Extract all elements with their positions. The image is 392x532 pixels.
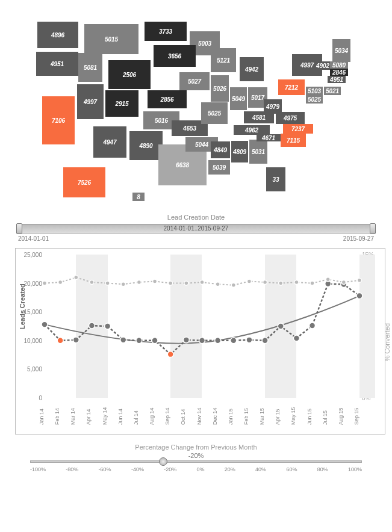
x-tick: Jan 14 (39, 409, 45, 425)
svg-point-38 (310, 281, 314, 285)
pct-slider-track[interactable] (30, 460, 362, 463)
pct-slider-handle[interactable] (159, 457, 167, 466)
svg-point-23 (74, 276, 78, 280)
svg-point-21 (43, 281, 47, 285)
state-MA[interactable]: 2846 (330, 69, 348, 76)
svg-point-15 (278, 323, 284, 329)
pct-tick: -20% (164, 466, 176, 472)
svg-point-30 (184, 281, 188, 285)
state-FL[interactable]: 33 (266, 167, 285, 191)
state-AZ[interactable]: 4947 (93, 126, 126, 158)
date-slider-title: Lead Creation Date (18, 214, 374, 221)
state-AR[interactable]: 4849 (211, 141, 230, 158)
x-tick: Jul 15 (322, 410, 328, 425)
state-WA[interactable]: 4896 (37, 22, 78, 48)
state-MD[interactable]: 5025 (306, 95, 323, 104)
state-PA[interactable]: 7212 (278, 79, 305, 95)
state-MO[interactable]: 5025 (201, 102, 228, 124)
x-tick: Apr 14 (86, 409, 92, 425)
svg-point-5 (120, 337, 126, 343)
chart-band (359, 255, 375, 398)
svg-point-36 (279, 281, 283, 285)
pct-tick: 20% (225, 466, 235, 472)
pct-tick: 0% (196, 466, 204, 472)
svg-point-25 (105, 281, 110, 285)
svg-point-40 (341, 280, 346, 285)
pct-tick: 60% (286, 466, 297, 472)
state-CT[interactable]: 5080 (330, 61, 348, 69)
state-WI[interactable]: 5121 (211, 48, 236, 72)
line-chart: Leads Created % Converted 05,00010,00015… (15, 248, 385, 435)
state-UT[interactable]: 2915 (105, 90, 138, 117)
state-MT[interactable]: 5015 (84, 24, 138, 54)
pct-tick: 80% (317, 466, 328, 472)
state-NJ[interactable]: 5103 (306, 87, 323, 95)
x-tick: Mar 15 (259, 408, 265, 425)
date-slider-track[interactable]: 2014-01-01..2015-09-27 (18, 224, 374, 234)
state-NE[interactable]: 2856 (148, 90, 187, 108)
svg-point-9 (183, 337, 189, 343)
y-left-tick: 20,000 (23, 280, 42, 286)
state-HI[interactable]: 8 (132, 193, 145, 201)
svg-point-12 (231, 338, 237, 344)
state-NV[interactable]: 4997 (77, 84, 104, 119)
state-NC[interactable]: 7237 (283, 124, 313, 134)
state-SC[interactable]: 7115 (281, 134, 306, 147)
x-tick: Oct 14 (180, 409, 186, 425)
svg-point-20 (356, 293, 362, 299)
date-slider-min: 2014-01-01 (18, 235, 49, 242)
state-TN[interactable]: 4962 (234, 125, 270, 135)
state-NM[interactable]: 4890 (129, 131, 163, 160)
x-tick: May 15 (290, 407, 296, 425)
pct-tick: -60% (99, 466, 111, 472)
state-SD[interactable]: 3656 (154, 45, 196, 67)
date-slider-max: 2015-09-27 (343, 235, 374, 242)
y-axis-left-label: Leads Created (19, 283, 26, 329)
state-MS[interactable]: 4809 (231, 141, 248, 162)
state-GA[interactable]: 4671 (257, 134, 281, 141)
x-tick: Jun 15 (306, 409, 313, 425)
svg-point-26 (121, 282, 125, 286)
svg-point-13 (246, 337, 252, 343)
x-tick: Apr 15 (275, 409, 281, 425)
state-ID[interactable]: 5081 (78, 53, 102, 82)
x-tick: Sep 15 (353, 407, 359, 425)
state-AL[interactable]: 5031 (249, 140, 267, 164)
date-slider[interactable]: Lead Creation Date 2014-01-01..2015-09-2… (18, 214, 374, 242)
pct-tick: -80% (66, 466, 78, 472)
state-IA[interactable]: 5027 (179, 72, 210, 90)
x-tick: Dec 14 (212, 407, 218, 425)
date-slider-value: 2014-01-01..2015-09-27 (19, 225, 373, 232)
date-slider-handle-right[interactable] (370, 223, 376, 234)
state-OR[interactable]: 4951 (36, 52, 78, 76)
pct-change-slider[interactable]: Percentage Change from Previous Month -2… (30, 444, 362, 472)
state-MI[interactable]: 4942 (240, 57, 264, 81)
svg-point-3 (89, 323, 95, 329)
pct-slider-value: -20% (30, 452, 362, 459)
x-tick: Jun 14 (117, 409, 123, 425)
x-tick: Feb 14 (54, 408, 60, 425)
state-VA[interactable]: 4975 (276, 112, 305, 124)
pct-tick: 40% (255, 466, 266, 472)
state-WY[interactable]: 2506 (108, 60, 151, 89)
state-IL[interactable]: 5026 (211, 75, 229, 102)
date-slider-handle-left[interactable] (16, 223, 22, 234)
state-ME[interactable]: 5034 (332, 39, 350, 62)
state-DE[interactable]: 5021 (324, 87, 341, 95)
state-IN[interactable]: 5049 (230, 87, 247, 110)
us-map: 4896501537335003495150812506365651214942… (6, 6, 385, 205)
y-left-tick: 5,000 (27, 366, 42, 373)
y-left-tick: 25,000 (23, 252, 42, 258)
x-tick: May 14 (102, 407, 108, 425)
state-VT[interactable]: 4902 (314, 61, 331, 70)
y-left-tick: 10,000 (23, 337, 42, 344)
state-RI[interactable]: 4951 (328, 76, 346, 83)
state-LA[interactable]: 5039 (208, 160, 230, 175)
state-AK[interactable]: 7526 (63, 167, 105, 197)
pct-tick: -40% (131, 466, 144, 472)
state-ND[interactable]: 3733 (145, 22, 187, 41)
y-left-tick: 15,000 (23, 309, 42, 315)
svg-point-6 (136, 338, 142, 344)
svg-point-33 (231, 283, 235, 287)
state-CA[interactable]: 7106 (42, 96, 75, 144)
